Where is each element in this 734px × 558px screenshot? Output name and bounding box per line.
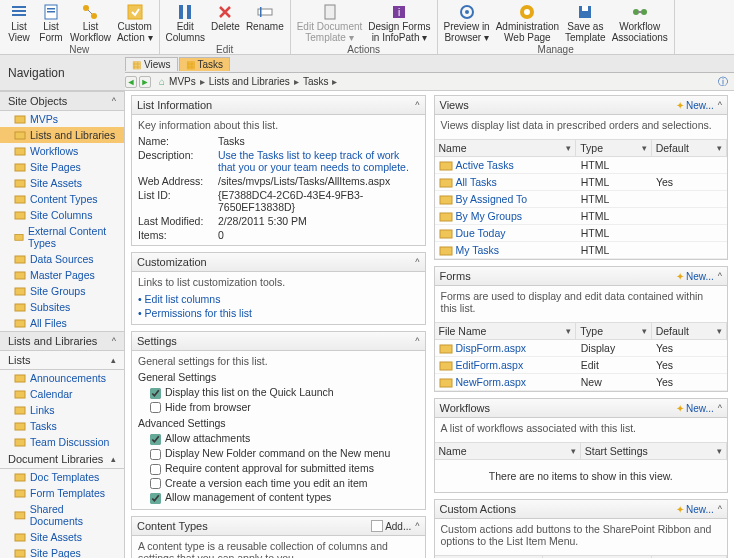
rename-button[interactable]: Rename [244, 2, 286, 44]
help-icon[interactable]: ⓘ [718, 75, 728, 89]
chevron-down-icon: ▾ [566, 326, 571, 336]
setting-checkbox[interactable] [150, 464, 161, 475]
table-row[interactable]: NewForm.aspxNewYes [435, 374, 728, 391]
table-row[interactable]: My TasksHTML [435, 242, 728, 259]
site-object-site-pages[interactable]: Site Pages [0, 159, 124, 175]
table-row[interactable]: DispForm.aspxDisplayYes [435, 340, 728, 357]
tab-views[interactable]: ▦Views [125, 57, 178, 71]
folder-icon [14, 388, 26, 400]
site-object-all-files[interactable]: All Files [0, 315, 124, 331]
doclib-site-pages[interactable]: Site Pages [0, 545, 124, 558]
column-header[interactable]: Type▾ [576, 323, 651, 339]
list-announcements[interactable]: Announcements [0, 370, 124, 386]
lists-subheader[interactable]: Lists▴ [0, 351, 124, 370]
svg-rect-45 [15, 512, 25, 519]
svg-rect-39 [15, 391, 25, 398]
site-object-workflows[interactable]: Workflows [0, 143, 124, 159]
nav-back-button[interactable]: ◄ [125, 76, 137, 88]
design-infopath-button[interactable]: iDesign Formsin InfoPath ▾ [366, 2, 432, 44]
svg-rect-40 [15, 407, 25, 414]
table-row[interactable]: Active TasksHTML [435, 157, 728, 174]
list-links[interactable]: Links [0, 402, 124, 418]
doclib-shared-documents[interactable]: Shared Documents [0, 501, 124, 529]
doclib-doc-templates[interactable]: Doc Templates [0, 469, 124, 485]
list-calendar[interactable]: Calendar [0, 386, 124, 402]
delete-button[interactable]: Delete [209, 2, 242, 44]
table-row[interactable]: By Assigned ToHTML [435, 191, 728, 208]
column-header[interactable]: Name▾ [435, 443, 581, 459]
setting-checkbox[interactable] [150, 449, 161, 460]
site-object-subsites[interactable]: Subsites [0, 299, 124, 315]
site-object-site-assets[interactable]: Site Assets [0, 175, 124, 191]
chevron-up-icon[interactable]: ^ [718, 100, 722, 110]
chevron-up-icon[interactable]: ^ [415, 336, 419, 346]
breadcrumb-item[interactable]: MVPs [169, 76, 196, 87]
site-object-lists-and-libraries[interactable]: Lists and Libraries [0, 127, 124, 143]
table-row[interactable]: By My GroupsHTML [435, 208, 728, 225]
setting-checkbox[interactable] [150, 493, 161, 504]
chevron-up-icon[interactable]: ^ [415, 100, 419, 110]
home-icon: ▦ [132, 59, 141, 70]
list-form-button[interactable]: ListForm [36, 2, 66, 44]
list-tasks[interactable]: Tasks [0, 418, 124, 434]
list-workflow-button[interactable]: ListWorkflow [68, 2, 113, 44]
svg-rect-24 [638, 11, 642, 13]
lists-libraries-header[interactable]: Lists and Libraries^ [0, 331, 124, 351]
edit-doc-template-button[interactable]: Edit DocumentTemplate ▾ [295, 2, 365, 44]
preview-browser-button[interactable]: Preview inBrowser ▾ [442, 2, 492, 44]
site-object-site-columns[interactable]: Site Columns [0, 207, 124, 223]
customization-panel: Customization^ Links to list customizati… [131, 252, 426, 325]
list-team-discussion[interactable]: Team Discussion [0, 434, 124, 450]
chevron-up-icon[interactable]: ^ [718, 504, 722, 514]
add-button[interactable]: Add... [371, 520, 411, 532]
new-button[interactable]: New... [676, 100, 714, 111]
tab-tasks[interactable]: ▦Tasks [179, 57, 231, 71]
site-object-site-groups[interactable]: Site Groups [0, 283, 124, 299]
new-button[interactable]: New... [676, 403, 714, 414]
setting-checkbox[interactable] [150, 402, 161, 413]
customization-link[interactable]: Edit list columns [138, 292, 419, 306]
admin-icon [518, 3, 536, 21]
doclib-site-assets[interactable]: Site Assets [0, 529, 124, 545]
doclib-form-templates[interactable]: Form Templates [0, 485, 124, 501]
chevron-up-icon[interactable]: ^ [415, 257, 419, 267]
setting-checkbox[interactable] [150, 478, 161, 489]
site-object-mvps[interactable]: MVPs [0, 111, 124, 127]
column-header[interactable]: Default▾ [652, 323, 727, 339]
column-header[interactable]: File Name▾ [435, 323, 577, 339]
workflow-assoc-button[interactable]: WorkflowAssociations [610, 2, 670, 44]
home-icon[interactable]: ⌂ [159, 76, 165, 87]
doclibs-subheader[interactable]: Document Libraries▴ [0, 450, 124, 469]
panel-description: A list of workflows associated with this… [435, 418, 728, 438]
chevron-up-icon[interactable]: ^ [718, 403, 722, 413]
site-objects-header[interactable]: Site Objects^ [0, 91, 124, 111]
setting-checkbox[interactable] [150, 434, 161, 445]
setting-checkbox[interactable] [150, 388, 161, 399]
info-value: Tasks [218, 135, 419, 147]
breadcrumb-item[interactable]: Lists and Libraries [209, 76, 290, 87]
table-row[interactable]: Due TodayHTML [435, 225, 728, 242]
table-row[interactable]: All TasksHTMLYes [435, 174, 728, 191]
column-header[interactable]: Start Settings▾ [581, 443, 727, 459]
admin-webpage-button[interactable]: AdministrationWeb Page [494, 2, 561, 44]
site-object-external-content-types[interactable]: External Content Types [0, 223, 124, 251]
customization-link[interactable]: Permissions for this list [138, 306, 419, 320]
list-view-button[interactable]: ListView [4, 2, 34, 44]
edit-columns-button[interactable]: EditColumns [164, 2, 207, 44]
site-object-content-types[interactable]: Content Types [0, 191, 124, 207]
folder-icon [14, 317, 26, 329]
table-row[interactable]: EditForm.aspxEditYes [435, 357, 728, 374]
site-object-data-sources[interactable]: Data Sources [0, 251, 124, 267]
site-object-master-pages[interactable]: Master Pages [0, 267, 124, 283]
column-header[interactable]: Type▾ [576, 140, 651, 156]
chevron-up-icon[interactable]: ^ [718, 271, 722, 281]
chevron-up-icon[interactable]: ^ [415, 521, 419, 531]
new-button[interactable]: New... [676, 271, 714, 282]
column-header[interactable]: Name▾ [435, 140, 577, 156]
new-button[interactable]: New... [676, 504, 714, 515]
breadcrumb-item[interactable]: Tasks [303, 76, 329, 87]
custom-action-button[interactable]: CustomAction ▾ [115, 2, 155, 44]
save-template-button[interactable]: Save asTemplate [563, 2, 608, 44]
column-header[interactable]: Default▾ [652, 140, 727, 156]
nav-forward-button[interactable]: ► [139, 76, 151, 88]
